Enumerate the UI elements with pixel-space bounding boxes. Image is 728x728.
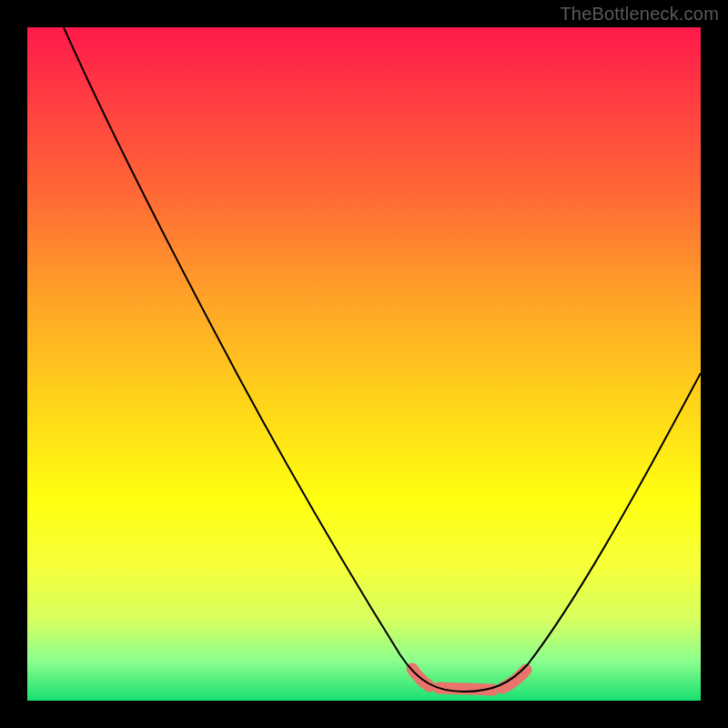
bottleneck-curve — [64, 27, 701, 692]
optimal-zone-highlight-left — [412, 669, 430, 686]
chart-frame: TheBottleneck.com — [0, 0, 728, 728]
optimal-zone-highlight-right — [502, 670, 526, 688]
curve-svg — [27, 27, 701, 701]
watermark-text: TheBottleneck.com — [560, 4, 719, 25]
plot-area — [27, 27, 701, 701]
optimal-zone-highlight-mid — [439, 688, 493, 690]
